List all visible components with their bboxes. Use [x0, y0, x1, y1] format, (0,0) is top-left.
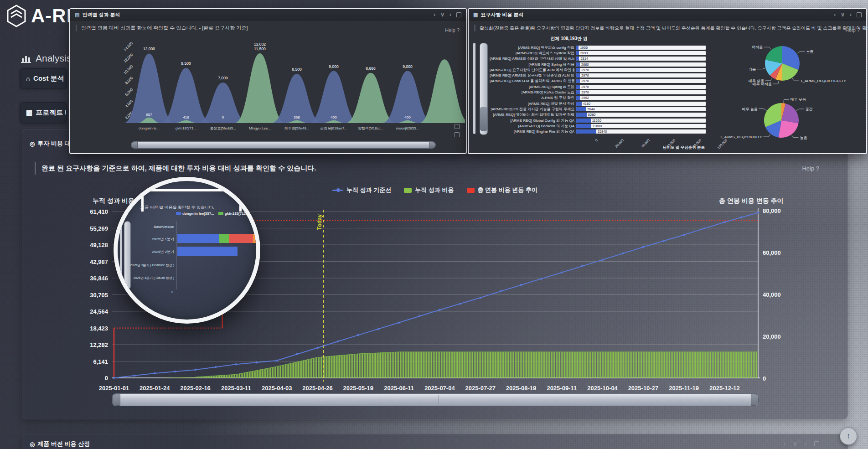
- chevron-down-icon[interactable]: ∨: [841, 11, 845, 18]
- requirement-bar-row[interactable]: [ARMS-REQ] Backend 의 기능 QA11880: [490, 123, 706, 129]
- scroll-to-top-button[interactable]: ↑: [840, 428, 857, 445]
- requirement-label: [ARMS-REQ] Engine-Fire 의 기능 QA: [490, 129, 574, 134]
- requirement-bar-track: 2992: [576, 96, 706, 100]
- expand-icon[interactable]: [456, 12, 461, 17]
- pie-slice[interactable]: [765, 120, 781, 137]
- requirements-panel-header[interactable]: ▦ 요구사항 비용 분석 ‹ ∨ ›: [469, 9, 866, 21]
- maximize-icon[interactable]: [455, 132, 460, 137]
- line-marker-icon: [332, 190, 343, 191]
- chevron-right-icon[interactable]: ›: [450, 11, 451, 18]
- requirement-value: 11520: [592, 119, 601, 123]
- requirement-value: 2970: [581, 85, 589, 89]
- requirements-vslider[interactable]: [480, 43, 488, 135]
- legend-item-perf-cost[interactable]: 누적 성과 비용: [404, 186, 454, 194]
- help-button[interactable]: Help ?: [845, 27, 860, 33]
- chevron-right-icon[interactable]: ›: [805, 440, 807, 447]
- requirement-bar-row[interactable]: [ARMS-REQ] Engine-Fire 의 기능 QA15840: [490, 129, 706, 134]
- requirement-bar-row[interactable]: [ARMS-REQ] Spring AI 적용2880: [490, 62, 706, 67]
- chevron-left-icon[interactable]: ‹: [434, 11, 435, 18]
- legend-item-baseline[interactable]: 누적 성과 기준선: [332, 186, 391, 194]
- pie-label-line: [792, 78, 799, 81]
- line-marker: [398, 321, 400, 324]
- magnifier-overlay[interactable]: 제품 버전 별 비용을 확인할 수 있습니다. dongmin lee[557.…: [114, 177, 260, 324]
- pie-slice[interactable]: [770, 63, 782, 79]
- sidebar-item-cost[interactable]: ⌂ Cost 분석: [20, 68, 67, 88]
- peak-value-label: 9,000: [329, 64, 339, 69]
- requirement-bar-row[interactable]: [ARMS-REQ] ARMS의 상태와 고객사의 상태 및 ALM 의 상태를…: [490, 56, 706, 62]
- vslider-handle[interactable]: [480, 107, 487, 131]
- requirement-label: [ARMS-REQ] Kafka Cluster 도입: [490, 90, 574, 95]
- line-marker: [662, 240, 665, 242]
- date-label: 2025-02-16: [180, 385, 211, 392]
- requirement-bar-row[interactable]: [ARMS-REQ] 백오피스 config 작업1955: [490, 45, 706, 50]
- arrow-up-icon: ↑: [847, 432, 851, 441]
- requirement-bar-row[interactable]: [ARMS-REQ] Spring Ai 도입2970: [490, 84, 706, 89]
- date-label: 2025-05-19: [343, 385, 374, 392]
- slider-grip[interactable]: [436, 395, 439, 404]
- pie-slice[interactable]: [781, 103, 785, 120]
- line-marker: [296, 353, 299, 356]
- bump-value-label: 400: [331, 115, 337, 119]
- pie-slice[interactable]: [775, 63, 782, 81]
- requirement-label: [ARMS-REQ] Spring AI 적용: [490, 62, 574, 67]
- requirement-bar-row[interactable]: [ARMS-REQ] Local LLM 을 설치하여, ARMS 와 연동29…: [490, 78, 706, 84]
- slider-handle-left[interactable]: [113, 394, 120, 406]
- line-marker: [113, 377, 115, 379]
- pie-slice[interactable]: [782, 46, 800, 70]
- pie-slice[interactable]: [765, 46, 782, 63]
- requirement-bar-row[interactable]: [ARMS-REQ] 요구사항의 난이도를 ALM 에서 확인 할 수 없어서.…: [490, 67, 706, 72]
- line-marker: [622, 253, 624, 255]
- requirement-bar-row[interactable]: [ARMS-REQ] Kafka Cluster 도입2970: [490, 89, 706, 95]
- personnel-slider[interactable]: [131, 141, 436, 149]
- slider-handle-right[interactable]: [429, 142, 435, 148]
- chevron-left-icon[interactable]: ‹: [783, 440, 785, 447]
- pie-slice[interactable]: [765, 60, 782, 75]
- date-label: 2025-10-27: [628, 385, 659, 392]
- help-button[interactable]: Help ?: [802, 165, 819, 172]
- pie-slice[interactable]: [778, 120, 798, 138]
- bell-y-tick: 8,000: [124, 76, 134, 85]
- requirement-label: [ARMS-REQ] 요구사항의 난이도를 ALM 에서 확인 할 수 없어서.…: [490, 67, 574, 72]
- requirement-value: 4180: [583, 102, 591, 106]
- requirement-label: [ARMS-REQ] 개발 문서 작성: [490, 101, 574, 106]
- line-marker: [154, 372, 156, 375]
- legend-item-salary[interactable]: 총 연봉 비용 변동 추이: [467, 186, 537, 194]
- pie-slice[interactable]: [781, 103, 799, 123]
- requirement-bar-fill: [576, 90, 580, 94]
- expand-icon[interactable]: [814, 441, 819, 446]
- requirement-bar-track: 2970: [576, 90, 706, 94]
- requirement-bar-track: 2970: [576, 85, 706, 89]
- pie-slice[interactable]: [782, 63, 798, 81]
- requirement-bar-row[interactable]: A-RMS 팀 구성 확인2992: [490, 95, 706, 101]
- right-axis-tick: 0: [763, 375, 766, 382]
- slider-handle-left[interactable]: [131, 142, 138, 148]
- requirement-bar-row[interactable]: [ARMS-REQ] Global Config 의 기능 QA11520: [490, 118, 706, 123]
- chart-range-slider[interactable]: [112, 393, 759, 406]
- expand-icon[interactable]: [857, 12, 862, 17]
- home-icon: ⌂: [26, 75, 30, 83]
- requirement-bar-row[interactable]: [ARMS-REQ] 데이터는 최신 업데이트 일자로 정렬8280: [490, 112, 706, 118]
- requirement-bar-fill: [576, 119, 591, 123]
- requirement-bar-row[interactable]: [ARMS-REQ] ES 전용 게시판 기능을 구현해 주세요7644: [490, 106, 706, 112]
- line-marker: [357, 334, 360, 336]
- left-axis-tick: 30,705: [90, 292, 108, 299]
- chevron-left-icon[interactable]: ‹: [834, 11, 836, 18]
- chevron-down-icon[interactable]: ∨: [440, 11, 444, 18]
- pie-slice[interactable]: [764, 103, 781, 127]
- requirement-bar-fill: [576, 96, 580, 100]
- personnel-panel-header[interactable]: ▤ 인력별 성과 분석 ‹ ∨ ›: [70, 9, 466, 21]
- slider-handle-right[interactable]: [751, 394, 759, 406]
- restore-icon[interactable]: [455, 124, 460, 129]
- right-axis-tick: 60,000: [763, 249, 781, 256]
- line-marker: [459, 303, 461, 305]
- sidebar-item-project[interactable]: ▦ 프로젝트 비: [20, 102, 67, 123]
- chevron-down-icon[interactable]: ∨: [793, 440, 797, 447]
- chevron-right-icon[interactable]: ›: [850, 11, 852, 18]
- left-axis-tick: 42,987: [90, 258, 108, 265]
- requirement-bar-row[interactable]: [ARMS-REQ] 개발 문서 작성4180: [490, 101, 706, 106]
- vertical-scrollbar[interactable]: [473, 43, 475, 134]
- requirement-bar-fill: [576, 73, 580, 77]
- requirement-bar-row[interactable]: [ARMS-REQ] ARMS의 요구사항 우선순위와 ALM 의 이슈 우선순…: [490, 72, 706, 78]
- requirement-bar-row[interactable]: [ARMS-REQ] 백오피스 System 작업2093: [490, 50, 706, 56]
- legend-label: gkfn185[712...: [225, 212, 249, 216]
